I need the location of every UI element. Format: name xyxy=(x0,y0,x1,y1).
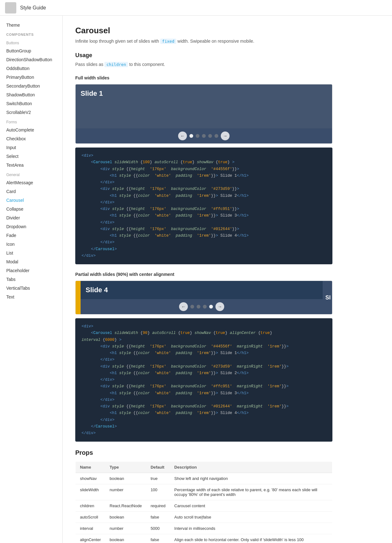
prop-name: showNav xyxy=(76,473,105,484)
carousel-dot-3[interactable] xyxy=(202,134,206,138)
page-title: Carousel xyxy=(75,26,332,35)
carousel-dot-2[interactable] xyxy=(196,134,199,138)
col-name: Name xyxy=(76,462,105,473)
prop-default: true xyxy=(146,473,170,484)
prop-default: 5000 xyxy=(146,523,170,534)
carousel-partial-left-peek xyxy=(76,281,81,314)
prop-desc: Auto scroll true|false xyxy=(170,512,332,523)
prop-type: number xyxy=(105,484,146,500)
prop-name: interval xyxy=(76,523,105,534)
sidebar-item-secondarybutton[interactable]: SecondaryButton xyxy=(0,82,62,90)
sidebar-item-directionshadowbutton[interactable]: DirectionShadowButton xyxy=(0,55,62,64)
prop-name: children xyxy=(76,500,105,512)
page-description: Infinite loop through given set of slide… xyxy=(75,38,332,45)
sidebar-item-modal[interactable]: Modal xyxy=(0,257,62,266)
slide-4-content: Slide 4 xyxy=(81,281,323,299)
sidebar-item-theme[interactable]: Theme xyxy=(0,21,62,30)
slide-1-label: Slide 1 xyxy=(81,89,327,98)
carousel-partial-dot-4[interactable] xyxy=(209,305,213,309)
sidebar-item-textarea[interactable]: TextArea xyxy=(0,161,62,169)
sidebar-item-text[interactable]: Text xyxy=(0,293,62,301)
table-row: children React.ReactNode required Carous… xyxy=(76,500,332,512)
prop-default: required xyxy=(146,500,170,512)
sidebar-item-carousel[interactable]: Carousel xyxy=(0,196,62,205)
carousel-partial-right-label: Sl xyxy=(324,294,331,301)
props-table: Name Type Default Description showNav bo… xyxy=(75,461,332,543)
sidebar-item-autocomplete[interactable]: AutoComplete xyxy=(0,126,62,134)
carousel-full-controls: ← → xyxy=(76,128,332,143)
sidebar-item-buttongroup[interactable]: ButtonGroup xyxy=(0,46,62,55)
prop-name: alignCenter xyxy=(76,534,105,543)
sidebar-components-label: COMPONENTS xyxy=(0,30,62,38)
header-title: Style Guide xyxy=(20,5,46,11)
sidebar-item-scrollablev2[interactable]: ScrollableV2 xyxy=(0,108,62,117)
table-row: slideWidth number 100 Percentage width o… xyxy=(76,484,332,500)
prop-desc: Show left and right navigation xyxy=(170,473,332,484)
children-tag: children xyxy=(104,62,128,67)
sidebar-item-list[interactable]: List xyxy=(0,249,62,257)
prop-default: false xyxy=(146,534,170,543)
sidebar-item-verticaltabs[interactable]: VerticalTabs xyxy=(0,284,62,293)
slide-4-label: Slide 4 xyxy=(86,286,318,294)
sidebar-item-collapse[interactable]: Collapse xyxy=(0,205,62,213)
code-block-1: <div> <Carousel slideWidth={100} autoScr… xyxy=(75,148,332,264)
prop-type: boolean xyxy=(105,473,146,484)
carousel-partial-dot-3[interactable] xyxy=(203,305,207,309)
header: Style Guide xyxy=(0,0,392,16)
sidebar: Theme COMPONENTS Buttons ButtonGroup Dir… xyxy=(0,16,63,543)
sidebar-item-input[interactable]: Input xyxy=(0,143,62,152)
carousel-prev-btn[interactable]: ← xyxy=(178,132,187,140)
prop-type: boolean xyxy=(105,534,146,543)
prop-default: 100 xyxy=(146,484,170,500)
carousel-slide-1: Slide 1 xyxy=(76,84,332,128)
prop-type: number xyxy=(105,523,146,534)
sidebar-item-placeholder[interactable]: Placeholder xyxy=(0,266,62,275)
usage-suffix: to this component. xyxy=(128,62,165,67)
sidebar-item-icon[interactable]: Icon xyxy=(0,240,62,249)
sidebar-item-shadowbutton[interactable]: ShadowButton xyxy=(0,90,62,99)
sidebar-item-switchbutton[interactable]: SwitchButton xyxy=(0,99,62,108)
sidebar-item-dropdown[interactable]: Dropdown xyxy=(0,222,62,231)
col-description: Description xyxy=(170,462,332,473)
prop-type: boolean xyxy=(105,512,146,523)
sidebar-item-alertmessage[interactable]: AlertMessage xyxy=(0,178,62,187)
carousel-partial-right-peek: Sl xyxy=(323,281,332,314)
props-table-header: Name Type Default Description xyxy=(76,462,332,473)
sidebar-item-tabs[interactable]: Tabs xyxy=(0,275,62,284)
carousel-partial-next-btn[interactable]: → xyxy=(215,302,224,311)
carousel-partial-dot-1[interactable] xyxy=(190,305,194,309)
partial-width-carousel-preview: Slide 4 ← → Sl xyxy=(75,281,332,315)
usage-prefix: Pass slides as xyxy=(75,62,104,67)
carousel-dot-4[interactable] xyxy=(208,134,212,138)
carousel-dot-5[interactable] xyxy=(215,134,218,138)
table-row: showNav boolean true Show left and right… xyxy=(76,473,332,484)
sidebar-general-label: General xyxy=(0,169,62,178)
prop-desc: Percentage width of each slide relative … xyxy=(170,484,332,500)
carousel-partial-main-slide: Slide 4 ← → xyxy=(81,281,323,314)
sidebar-buttons-label: Buttons xyxy=(0,38,62,46)
sidebar-item-divider[interactable]: Divider xyxy=(0,213,62,222)
sidebar-item-oddsbutton[interactable]: OddsButton xyxy=(0,64,62,73)
sidebar-item-select[interactable]: Select xyxy=(0,152,62,161)
sidebar-item-fade[interactable]: Fade xyxy=(0,231,62,240)
prop-type: React.ReactNode xyxy=(105,500,146,512)
fixed-tag: fixed xyxy=(160,39,176,44)
prop-name: autoScroll xyxy=(76,512,105,523)
sidebar-item-primarybutton[interactable]: PrimaryButton xyxy=(0,73,62,82)
usage-title: Usage xyxy=(75,52,332,59)
carousel-dot-1[interactable] xyxy=(189,134,193,138)
props-table-body: showNav boolean true Show left and right… xyxy=(76,473,332,543)
prop-desc: Align each slide to horizontal center. O… xyxy=(170,534,332,543)
carousel-partial-prev-btn[interactable]: ← xyxy=(179,302,188,311)
sidebar-forms-label: Forms xyxy=(0,117,62,126)
sidebar-item-card[interactable]: Card xyxy=(0,187,62,196)
carousel-partial-dot-2[interactable] xyxy=(197,305,200,309)
page-desc-suffix: width. Swipeable on responsive mobile. xyxy=(176,39,254,44)
prop-default: false xyxy=(146,512,170,523)
usage-desc: Pass slides as children to this componen… xyxy=(75,61,332,68)
carousel-next-btn[interactable]: → xyxy=(221,132,230,140)
table-row: interval number 5000 Interval in millise… xyxy=(76,523,332,534)
sidebar-item-checkbox[interactable]: Checkbox xyxy=(0,134,62,143)
full-width-carousel-preview: Slide 1 ← → xyxy=(75,84,332,144)
table-row: alignCenter boolean false Align each sli… xyxy=(76,534,332,543)
